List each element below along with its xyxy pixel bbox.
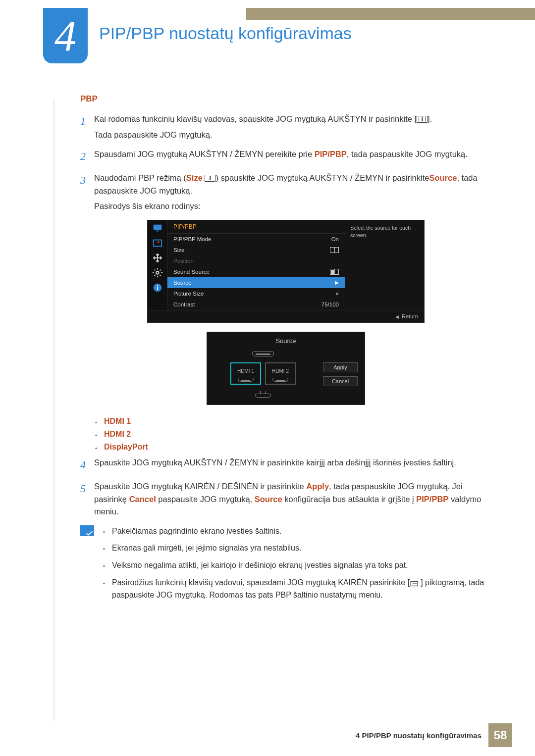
step-number: 2 — [80, 148, 94, 165]
step-number: 5 — [80, 480, 94, 518]
step-text: Spauskite JOG mygtuką KAIRĖN / DEŠINĖN i… — [94, 482, 306, 491]
osd-row-size: Size — [167, 245, 345, 255]
note-item: Pakeičiamas pagrindinio ekrano įvesties … — [103, 525, 491, 538]
note-item: Veiksmo negalima atlikti, jei kairiojo i… — [103, 559, 491, 572]
svg-point-4 — [156, 271, 159, 274]
step-text: ]. — [428, 114, 432, 123]
osd-screenshot: PIP/PBP PIP/PBP ModeOn Size Position Sou… — [80, 220, 491, 323]
margin-rule — [54, 99, 54, 721]
stand-icon — [255, 391, 271, 398]
footer-text: 4 PIP/PBP nuostatų konfigūravimas — [356, 731, 482, 740]
return-icon — [410, 579, 421, 586]
step-text: Tada paspauskite JOG mygtuką. — [94, 129, 491, 142]
step-4: 4 Spauskite JOG mygtuką AUKŠTYN / ŽEMYN … — [80, 456, 491, 473]
source-dialog: Source HDMI 1 HDMI 2 Apply Cancel — [80, 332, 491, 405]
note-item: Ekranas gali mirgėti, jei įėjimo signala… — [103, 542, 491, 554]
keyword: PIP/PBP — [416, 495, 448, 504]
svg-rect-7 — [157, 285, 158, 286]
chevron-right-icon: ▸ — [336, 291, 339, 296]
header-stripe — [246, 8, 535, 20]
note-item: Pasirodžius funkcinių klavišų vadovui, s… — [103, 577, 491, 602]
osd-help: Select the source for each screen. — [345, 220, 424, 310]
dialog-title: Source — [214, 337, 358, 345]
keyword: Source — [255, 495, 282, 504]
hdmi1-box: HDMI 1 — [230, 362, 261, 385]
step-text: konfigūracija bus atšaukta ir grįšite į — [282, 495, 417, 504]
svg-rect-2 — [153, 240, 161, 246]
osd-row-source: Source▶ — [167, 277, 345, 288]
step-text: Spausdami JOG mygtuką AUKŠTYN / ŽEMYN pe… — [94, 150, 315, 158]
keyword: Size — [186, 173, 203, 182]
step-text: Pasirodys šis ekrano rodinys: — [94, 200, 491, 213]
svg-rect-6 — [157, 287, 158, 290]
apply-button: Apply — [323, 362, 358, 372]
move-icon — [152, 253, 163, 263]
step-1: 1 Kai rodomas funkcinių klavišų vadovas,… — [80, 113, 491, 141]
hdmi-port-icon — [238, 378, 254, 382]
osd-row-contrast: Contrast75/100 — [167, 299, 345, 310]
keyword: Apply — [306, 482, 329, 491]
keyword: Cancel — [129, 495, 156, 504]
osd-sidebar — [148, 220, 167, 310]
list-item: HDMI 2 — [95, 430, 491, 439]
osd-row-position: Position — [167, 255, 345, 266]
chevron-right-icon: ▶ — [335, 280, 339, 285]
pbp-icon — [205, 175, 215, 182]
footer: 4 PIP/PBP nuostatų konfigūravimas 58 — [356, 723, 512, 747]
monitor-icon — [152, 223, 163, 233]
step-text: ) spauskite JOG mygtuką AUKŠTYN / ŽEMYN … — [215, 173, 429, 182]
port-icon — [252, 352, 274, 356]
step-number: 3 — [80, 172, 94, 213]
section-label: PBP — [80, 94, 491, 104]
chapter-number: 4 — [54, 11, 76, 61]
osd-header: PIP/PBP — [167, 220, 345, 234]
osd-footer: ◀Return — [148, 310, 424, 322]
menu-icon — [417, 116, 428, 123]
step-5: 5 Spauskite JOG mygtuką KAIRĖN / DEŠINĖN… — [80, 480, 491, 518]
step-3: 3 Naudodami PBP režimą (Size ) spauskite… — [80, 172, 491, 213]
step-text: , tada paspauskite JOG mygtuką. — [347, 150, 468, 158]
step-text: Kai rodomas funkcinių klavišų vadovas, s… — [94, 114, 417, 123]
step-2: 2 Spausdami JOG mygtuką AUKŠTYN / ŽEMYN … — [80, 148, 491, 165]
hdmi-port-icon — [272, 378, 288, 382]
svg-rect-0 — [153, 225, 161, 230]
osd-menu: PIP/PBP PIP/PBP ModeOn Size Position Sou… — [167, 220, 345, 310]
picture-icon — [152, 238, 163, 248]
note-block: Pakeičiamas pagrindinio ekrano įvesties … — [80, 525, 491, 606]
gear-icon — [152, 268, 163, 278]
steps-cont: 4 Spauskite JOG mygtuką AUKŠTYN / ŽEMYN … — [80, 456, 491, 518]
keyword: Source — [429, 173, 457, 182]
step-text: Spauskite JOG mygtuką AUKŠTYN / ŽEMYN ir… — [94, 458, 456, 467]
source-options: HDMI 1 HDMI 2 DisplayPort — [95, 417, 491, 452]
osd-row-sound: Sound Source — [167, 266, 345, 277]
hdmi2-box: HDMI 2 — [265, 362, 296, 385]
keyword: PIP/PBP — [315, 150, 347, 158]
chapter-badge: 4 — [43, 8, 88, 63]
osd-row-psize: Picture Size▸ — [167, 288, 345, 299]
info-icon — [152, 283, 163, 293]
pbp-icon — [330, 247, 339, 253]
step-number: 4 — [80, 456, 94, 473]
steps: 1 Kai rodomas funkcinių klavišų vadovas,… — [80, 113, 491, 213]
page-number: 58 — [488, 723, 512, 747]
note-icon — [80, 525, 94, 536]
chapter-title: PIP/PBP nuostatų konfigūravimas — [99, 24, 352, 43]
step-text: Naudodami PBP režimą ( — [94, 173, 186, 182]
svg-rect-1 — [156, 230, 159, 231]
svg-point-3 — [158, 241, 160, 243]
content: PBP 1 Kai rodomas funkcinių klavišų vado… — [80, 94, 491, 606]
step-number: 1 — [80, 113, 94, 141]
osd-row-mode: PIP/PBP ModeOn — [167, 234, 345, 245]
list-item: HDMI 1 — [95, 417, 491, 426]
list-item: DisplayPort — [95, 443, 491, 452]
step-text: paspausite JOG mygtuką, — [156, 495, 255, 504]
cancel-button: Cancel — [323, 376, 358, 386]
chevron-left-icon: ◀ — [395, 314, 399, 319]
